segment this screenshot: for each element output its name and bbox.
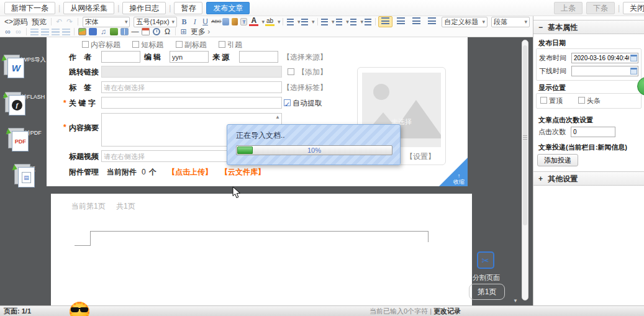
- remove-link-icon[interactable]: ∞: [14, 27, 23, 36]
- insert-time-icon[interactable]: [153, 28, 160, 35]
- font-color-icon[interactable]: A: [249, 17, 258, 26]
- special-char-icon[interactable]: Ω: [163, 27, 172, 36]
- chevron-down-icon[interactable]: ▾: [278, 19, 281, 25]
- editor-input[interactable]: [170, 51, 209, 63]
- insert-image-icon[interactable]: [78, 28, 86, 35]
- new-next-article-button[interactable]: 新增下一条: [4, 2, 55, 14]
- chevron-down-icon[interactable]: ▾: [297, 19, 301, 25]
- underline-icon[interactable]: U: [201, 17, 210, 26]
- prev-article-button[interactable]: 上条: [554, 2, 583, 14]
- insert-date-icon[interactable]: [142, 28, 150, 35]
- paragraph-style-select[interactable]: 段落▾: [491, 17, 530, 27]
- pin-top-checkbox[interactable]: [540, 97, 547, 104]
- collapse-section-icon[interactable]: −: [538, 20, 546, 34]
- image-float-icon[interactable]: [62, 29, 70, 35]
- sidebar-item-word-import[interactable]: W WORD/WPS导入: [0, 55, 48, 64]
- select-source-link[interactable]: 【选择来源】: [283, 51, 327, 63]
- chevron-down-icon[interactable]: ▾: [312, 19, 315, 25]
- pin-top-option[interactable]: 置顶: [540, 97, 563, 104]
- publish-time-input[interactable]: [571, 53, 638, 63]
- change-log-link[interactable]: 更改记录: [433, 307, 461, 315]
- font-family-select[interactable]: 宋体▾: [83, 17, 130, 27]
- paragraph-spacing-icon[interactable]: [321, 19, 328, 25]
- format-painter-icon[interactable]: [232, 18, 238, 25]
- strikethrough-icon[interactable]: ABC: [211, 17, 220, 26]
- keyword-input[interactable]: [101, 97, 282, 109]
- chevron-down-icon[interactable]: ▾: [360, 19, 363, 25]
- insert-link-icon[interactable]: ∞: [3, 27, 12, 36]
- undo-icon[interactable]: ↶: [55, 17, 64, 26]
- align-left-icon[interactable]: [378, 16, 392, 27]
- insert-music-icon[interactable]: ♫: [99, 27, 108, 36]
- jump-link-checkbox[interactable]: [288, 68, 294, 75]
- collect-from-web-button[interactable]: 从网络采集: [63, 2, 114, 14]
- chevron-down-icon[interactable]: ▾: [332, 19, 335, 25]
- click-count-input[interactable]: [571, 127, 615, 137]
- cloud-library-link[interactable]: 【云文件库】: [220, 166, 265, 178]
- page-1-button[interactable]: 第1页: [469, 284, 505, 300]
- insert-columns-icon[interactable]: [120, 28, 129, 35]
- more-tools-button[interactable]: 更多 ›: [191, 27, 210, 37]
- font-size-select[interactable]: 五号(14px)▾: [134, 17, 177, 27]
- paste-as-text-icon[interactable]: T: [240, 18, 247, 25]
- click-upload-link[interactable]: 【点击上传】: [168, 166, 212, 178]
- line-height-icon[interactable]: [336, 19, 343, 25]
- close-button[interactable]: 关闭: [623, 2, 644, 14]
- operation-log-button[interactable]: 操作日志: [122, 2, 166, 14]
- scrollbar-thumb[interactable]: [523, 45, 527, 225]
- preview-button[interactable]: 预览: [32, 17, 47, 27]
- align-right-icon[interactable]: [409, 16, 424, 27]
- bold-icon[interactable]: B: [179, 17, 189, 26]
- headline-option[interactable]: 头条: [578, 97, 601, 104]
- jump-link-input[interactable]: [101, 66, 282, 78]
- next-article-button[interactable]: 下条: [586, 2, 615, 14]
- select-tag-link[interactable]: 【选择标签】: [283, 81, 327, 94]
- tag-input[interactable]: [101, 81, 282, 93]
- auto-extract-checkbox[interactable]: [284, 99, 291, 106]
- editor-scrollbar[interactable]: [522, 40, 528, 300]
- source-code-button[interactable]: <>源码: [4, 17, 28, 27]
- content-title-option[interactable]: 内容标题: [82, 40, 120, 49]
- sidebar-item-one-key-layout[interactable]: ▤ 一键排版: [0, 164, 48, 173]
- short-title-option[interactable]: 短标题: [132, 40, 163, 49]
- image-align-right-icon[interactable]: [52, 29, 60, 35]
- align-center-icon[interactable]: [394, 16, 408, 27]
- indent-icon[interactable]: [365, 19, 371, 25]
- sidebar-item-word-to-flash[interactable]: f WORD转FLASH: [0, 92, 48, 101]
- letter-spacing-icon[interactable]: [350, 19, 357, 25]
- other-settings-header[interactable]: + 其他设置: [533, 171, 644, 186]
- image-align-center-icon[interactable]: [41, 29, 49, 35]
- chevron-down-icon[interactable]: ▾: [261, 19, 265, 25]
- save-draft-button[interactable]: 暂存: [174, 2, 202, 14]
- textarea-scroll-up-icon[interactable]: ▲: [275, 114, 280, 120]
- expand-section-icon[interactable]: +: [538, 172, 546, 186]
- insert-video-icon[interactable]: [89, 28, 97, 35]
- basic-properties-header[interactable]: − 基本属性: [533, 20, 644, 34]
- publish-article-button[interactable]: 发布文章: [206, 2, 250, 14]
- calendar-icon[interactable]: [630, 68, 637, 74]
- content-title-checkbox[interactable]: [82, 41, 89, 48]
- redo-icon[interactable]: ↷: [65, 17, 75, 26]
- author-input[interactable]: [101, 51, 140, 63]
- lead-title-checkbox[interactable]: [219, 41, 225, 48]
- highlight-color-icon[interactable]: ab: [265, 17, 274, 26]
- scroll-down-icon[interactable]: ▼: [513, 298, 518, 304]
- align-justify-icon[interactable]: [425, 16, 439, 27]
- offline-time-input[interactable]: [571, 66, 638, 76]
- ordered-list-icon[interactable]: [287, 19, 294, 25]
- spellcheck-icon[interactable]: [222, 18, 229, 25]
- insert-flash-icon[interactable]: [110, 28, 118, 35]
- sidebar-item-word-to-pdf[interactable]: PDF WORD转PDF: [0, 128, 48, 137]
- calendar-icon[interactable]: [630, 55, 637, 61]
- horizontal-rule-icon[interactable]: —: [130, 27, 140, 36]
- split-page-icon[interactable]: ✂: [477, 251, 494, 269]
- article-body-page[interactable]: 当前第1页 共1页: [51, 194, 472, 305]
- insert-table-icon[interactable]: ⊞: [179, 27, 188, 36]
- unordered-list-icon[interactable]: [301, 19, 308, 25]
- add-link[interactable]: 【添加】: [297, 66, 327, 78]
- image-align-left-icon[interactable]: [30, 29, 39, 35]
- add-delivery-button[interactable]: 添加投递: [537, 154, 578, 166]
- sub-title-option[interactable]: 副标题: [176, 40, 207, 49]
- sub-title-checkbox[interactable]: [176, 41, 183, 48]
- lead-title-option[interactable]: 引题: [219, 40, 242, 49]
